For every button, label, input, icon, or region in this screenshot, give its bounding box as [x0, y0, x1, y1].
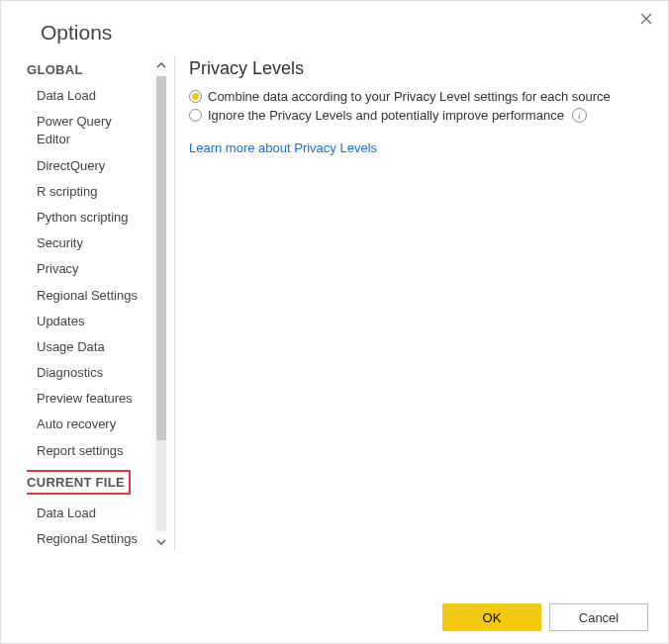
- sidebar-item-label: Diagnostics: [37, 365, 103, 380]
- sidebar-item-label: Updates: [37, 314, 84, 328]
- privacy-level-option[interactable]: Combine data according to your Privacy L…: [189, 89, 648, 104]
- info-icon[interactable]: i: [572, 108, 587, 123]
- sidebar-item-auto-recovery[interactable]: Auto recovery: [29, 412, 150, 437]
- sidebar-item-regional-settings[interactable]: Regional Settings: [29, 283, 150, 309]
- content-pane: Privacy Levels Combine data according to…: [189, 56, 648, 571]
- sidebar-item-regional-settings[interactable]: Regional Settings: [29, 526, 150, 551]
- sidebar-item-label: Privacy: [37, 261, 79, 276]
- sidebar-item-diagnostics[interactable]: Diagnostics: [29, 360, 150, 386]
- options-dialog: Options GLOBALData LoadPower Query Edito…: [0, 0, 669, 644]
- sidebar-item-power-query-editor[interactable]: Power Query Editor: [29, 109, 150, 152]
- learn-more-link[interactable]: Learn more about Privacy Levels: [189, 140, 648, 155]
- scroll-down-button[interactable]: [152, 533, 170, 551]
- scroll-track[interactable]: [156, 76, 166, 531]
- sidebar: GLOBALData LoadPower Query EditorDirectQ…: [27, 56, 150, 551]
- sidebar-item-security[interactable]: Security: [29, 230, 150, 256]
- dialog-body: GLOBALData LoadPower Query EditorDirectQ…: [1, 56, 668, 571]
- scroll-thumb[interactable]: [156, 76, 166, 440]
- radio-label: Ignore the Privacy Levels and potentiall…: [208, 108, 564, 123]
- chevron-up-icon: [156, 60, 166, 70]
- radio-button[interactable]: [189, 109, 202, 122]
- close-icon: [640, 13, 652, 25]
- sidebar-item-label: Report settings: [37, 443, 123, 458]
- cancel-button[interactable]: Cancel: [549, 603, 648, 631]
- sidebar-item-label: Regional Settings: [37, 531, 138, 546]
- sidebar-item-data-load[interactable]: Data Load: [29, 83, 150, 109]
- sidebar-item-label: Power Query Editor: [37, 114, 112, 146]
- sidebar-item-label: Python scripting: [37, 210, 129, 225]
- privacy-level-option[interactable]: Ignore the Privacy Levels and potentiall…: [189, 108, 648, 123]
- sidebar-item-python-scripting[interactable]: Python scripting: [29, 205, 150, 230]
- dialog-footer: OK Cancel: [442, 603, 648, 631]
- sidebar-item-label: Usage Data: [37, 339, 105, 354]
- radio-group: Combine data according to your Privacy L…: [189, 89, 648, 123]
- dialog-title: Options: [1, 1, 668, 56]
- sidebar-section-global: GLOBAL: [27, 62, 150, 77]
- sidebar-scrollbar[interactable]: [152, 56, 170, 551]
- vertical-divider: [174, 56, 175, 551]
- ok-button[interactable]: OK: [442, 603, 541, 631]
- radio-label: Combine data according to your Privacy L…: [208, 89, 611, 104]
- sidebar-container: GLOBALData LoadPower Query EditorDirectQ…: [21, 56, 170, 551]
- sidebar-item-label: DirectQuery: [37, 158, 105, 173]
- content-heading: Privacy Levels: [189, 58, 648, 79]
- sidebar-item-label: Data Load: [37, 506, 96, 520]
- sidebar-item-label: Preview features: [37, 391, 133, 406]
- radio-button[interactable]: [189, 90, 202, 103]
- sidebar-item-directquery[interactable]: DirectQuery: [29, 153, 150, 179]
- sidebar-item-usage-data[interactable]: Usage Data: [29, 334, 150, 360]
- sidebar-item-r-scripting[interactable]: R scripting: [29, 179, 150, 205]
- sidebar-item-label: Regional Settings: [37, 288, 138, 303]
- sidebar-item-data-load[interactable]: Data Load: [29, 501, 150, 526]
- close-button[interactable]: [636, 9, 656, 29]
- sidebar-item-preview-features[interactable]: Preview features: [29, 386, 150, 412]
- sidebar-item-label: Data Load: [37, 88, 96, 103]
- sidebar-item-report-settings[interactable]: Report settings: [29, 438, 150, 464]
- sidebar-item-label: Security: [37, 235, 83, 250]
- sidebar-item-privacy[interactable]: Privacy: [29, 256, 150, 282]
- sidebar-item-label: Auto recovery: [37, 416, 116, 431]
- sidebar-section-current-file: CURRENT FILE: [27, 470, 131, 495]
- chevron-down-icon: [156, 537, 166, 547]
- scroll-up-button[interactable]: [152, 56, 170, 74]
- sidebar-item-label: R scripting: [37, 184, 97, 199]
- sidebar-item-updates[interactable]: Updates: [29, 309, 150, 334]
